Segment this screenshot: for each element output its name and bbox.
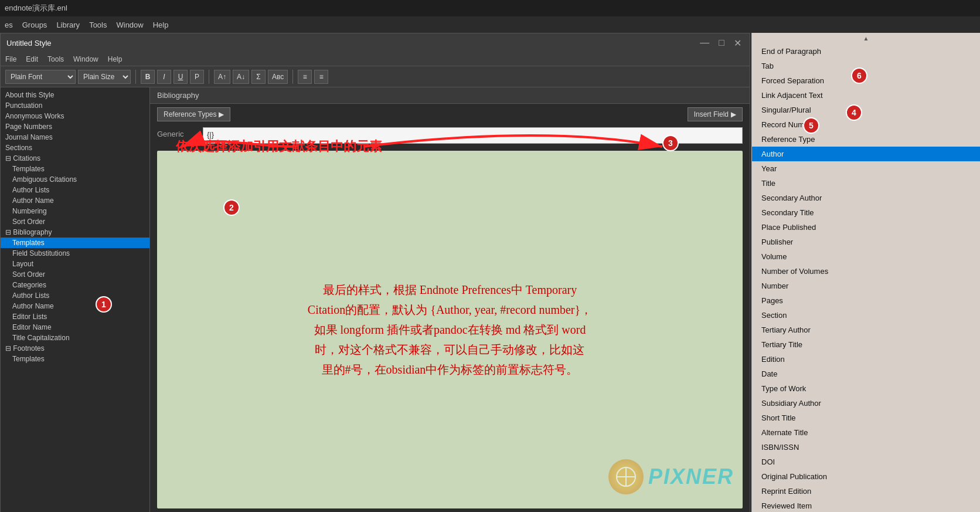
scroll-up-indicator[interactable]: ▲ [752, 33, 980, 44]
italic-button[interactable]: I [157, 70, 171, 84]
dropdown-place-published[interactable]: Place Published [752, 220, 980, 235]
size-select[interactable]: Plain Size [78, 70, 131, 84]
dropdown-type-of-work[interactable]: Type of Work [752, 381, 980, 396]
sidebar-item-journal-names[interactable]: Journal Names [1, 132, 149, 143]
dropdown-panel: ▲ End of Paragraph Tab Forced Separation… [751, 33, 980, 512]
menu-library[interactable]: Library [56, 21, 80, 29]
dropdown-original-publication[interactable]: Original Publication [752, 469, 980, 484]
dropdown-year[interactable]: Year [752, 161, 980, 176]
endnote-titlebar: endnote演示库.enl [0, 0, 980, 16]
sidebar-item-anonymous[interactable]: Anonymous Works [1, 111, 149, 121]
dropdown-short-title[interactable]: Short Title [752, 411, 980, 425]
dropdown-singular-plural[interactable]: Singular/Plural [752, 103, 980, 117]
endnote-title: endnote演示库.enl [5, 3, 67, 13]
dropdown-record-number[interactable]: Record Number [752, 117, 980, 132]
dropdown-pages[interactable]: Pages [752, 293, 980, 308]
dropdown-edition[interactable]: Edition [752, 352, 980, 367]
dropdown-end-of-paragraph[interactable]: End of Paragraph [752, 44, 980, 59]
dropdown-tertiary-title[interactable]: Tertiary Title [752, 337, 980, 352]
annotation-line4: 时，对这个格式不兼容，可以自己手动修改，比如这 [315, 343, 584, 356]
dropdown-reviewed-item[interactable]: Reviewed Item [752, 499, 980, 512]
superscript-button[interactable]: A↑ [214, 70, 230, 84]
menu-window[interactable]: Window [116, 21, 143, 29]
sidebar-item-field-sub[interactable]: Field Substitutions [1, 248, 149, 259]
sidebar-item-categories[interactable]: Categories [1, 280, 149, 290]
dropdown-section[interactable]: Section [752, 308, 980, 323]
dropdown-secondary-title[interactable]: Secondary Title [752, 205, 980, 220]
insert-field-label: Insert Field [694, 110, 729, 118]
sidebar-item-citations-templates[interactable]: Templates [1, 164, 149, 174]
sidebar-item-editor-lists[interactable]: Editor Lists [1, 311, 149, 322]
plain-button[interactable]: P [190, 70, 204, 84]
dropdown-alternate-title[interactable]: Alternate Title [752, 425, 980, 440]
dropdown-subsidiary-author[interactable]: Subsidiary Author [752, 396, 980, 411]
subscript-button[interactable]: A↓ [233, 70, 249, 84]
badge-3-label: 3 [668, 138, 673, 148]
sidebar-item-author-name-c[interactable]: Author Name [1, 195, 149, 206]
sidebar-item-footnotes-templates[interactable]: Templates [1, 354, 149, 364]
maximize-button[interactable]: □ [716, 38, 727, 48]
align-left-button[interactable]: ≡ [298, 70, 312, 84]
generic-input[interactable]: {|} [203, 127, 743, 144]
dropdown-volume[interactable]: Volume [752, 249, 980, 264]
style-menu-window[interactable]: Window [73, 55, 98, 63]
sidebar-item-layout[interactable]: Layout [1, 259, 149, 269]
badge-5: 5 [803, 117, 819, 134]
dropdown-publisher[interactable]: Publisher [752, 235, 980, 249]
sidebar-item-author-lists-c[interactable]: Author Lists [1, 185, 149, 195]
sidebar-item-sections[interactable]: Sections [1, 143, 149, 153]
style-menu-tools[interactable]: Tools [47, 55, 64, 63]
smallcaps-button[interactable]: Aвс [268, 70, 288, 84]
sidebar-item-ambiguous[interactable]: Ambiguous Citations [1, 174, 149, 185]
sidebar-item-sort-order-c[interactable]: Sort Order [1, 216, 149, 227]
underline-button[interactable]: U [173, 70, 188, 84]
dropdown-number-of-volumes[interactable]: Number of Volumes [752, 264, 980, 279]
dropdown-isbn-issn[interactable]: ISBN/ISSN [752, 440, 980, 455]
dropdown-number[interactable]: Number [752, 279, 980, 293]
sidebar-item-page-numbers[interactable]: Page Numbers [1, 121, 149, 132]
style-menu-help[interactable]: Help [108, 55, 122, 63]
dropdown-reprint-edition[interactable]: Reprint Edition [752, 484, 980, 499]
dropdown-link-adjacent[interactable]: Link Adjacent Text [752, 88, 980, 103]
watermark-icon [608, 459, 644, 494]
sidebar-item-numbering[interactable]: Numbering [1, 206, 149, 216]
sidebar-item-sort-order-b[interactable]: Sort Order [1, 269, 149, 280]
annotation-text: 最后的样式，根据 Endnote Prefrences中 Temporary C… [308, 280, 592, 379]
close-button[interactable]: ✕ [731, 38, 744, 49]
style-menu-edit[interactable]: Edit [26, 55, 38, 63]
reference-types-button[interactable]: Reference Types ▶ [157, 107, 230, 121]
menu-groups[interactable]: Groups [22, 21, 47, 29]
toolbar-separator-3 [292, 70, 293, 84]
style-menu-file[interactable]: File [5, 55, 16, 63]
dropdown-title[interactable]: Title [752, 176, 980, 191]
bold-button[interactable]: B [141, 70, 155, 84]
sidebar-item-author-lists-b[interactable]: Author Lists [1, 290, 149, 301]
sidebar-item-about[interactable]: About this Style [1, 90, 149, 100]
menu-tools[interactable]: Tools [89, 21, 107, 29]
dropdown-tertiary-author[interactable]: Tertiary Author [752, 323, 980, 337]
sidebar-item-title-cap[interactable]: Title Capitalization [1, 333, 149, 343]
reference-types-label: Reference Types ▶ [164, 110, 224, 118]
sidebar-item-punctuation[interactable]: Punctuation [1, 100, 149, 111]
badge-2: 2 [223, 199, 240, 216]
insert-field-arrow-icon: ▶ [731, 110, 736, 118]
align-right-button[interactable]: ≡ [314, 70, 328, 84]
sidebar-item-bib-templates[interactable]: Templates [1, 238, 149, 248]
dropdown-reference-type[interactable]: Reference Type [752, 132, 980, 147]
sidebar-item-author-name-b[interactable]: Author Name [1, 301, 149, 311]
sidebar-item-editor-name[interactable]: Editor Name [1, 322, 149, 333]
dropdown-secondary-author[interactable]: Secondary Author [752, 191, 980, 205]
watermark: PIXNER [608, 459, 734, 494]
dropdown-author[interactable]: Author [752, 147, 980, 161]
symbol-button[interactable]: Σ [251, 70, 266, 84]
dropdown-date[interactable]: Date [752, 367, 980, 381]
insert-field-button[interactable]: Insert Field ▶ [688, 107, 743, 121]
sidebar-item-bibliography[interactable]: ⊟ Bibliography [1, 227, 149, 238]
sidebar-item-citations[interactable]: ⊟ Citations [1, 153, 149, 164]
minimize-button[interactable]: — [697, 38, 712, 48]
menu-es[interactable]: es [5, 21, 13, 29]
menu-help[interactable]: Help [153, 21, 169, 29]
sidebar-item-footnotes[interactable]: ⊟ Footnotes [1, 343, 149, 354]
dropdown-doi[interactable]: DOI [752, 455, 980, 469]
font-select[interactable]: Plain Font [5, 70, 76, 84]
